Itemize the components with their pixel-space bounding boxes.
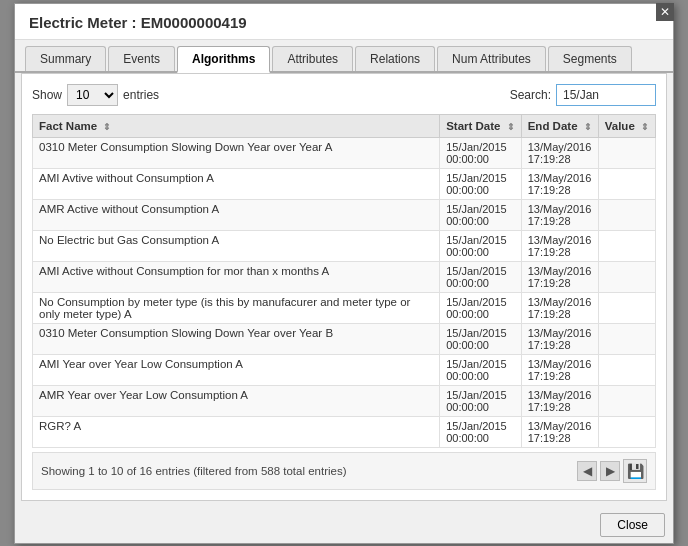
cell-fact-6: 0310 Meter Consumption Slowing Down Year…	[33, 323, 440, 354]
cell-value-9	[598, 416, 655, 447]
toolbar: Show 10 25 50 100 entries Search:	[32, 84, 656, 106]
cell-end-0: 13/May/2016 17:19:28	[521, 137, 598, 168]
sort-icon-start: ⇕	[507, 122, 515, 132]
search-label: Search:	[510, 88, 551, 102]
cell-fact-0: 0310 Meter Consumption Slowing Down Year…	[33, 137, 440, 168]
table-row: 0310 Meter Consumption Slowing Down Year…	[33, 137, 656, 168]
cell-value-2	[598, 199, 655, 230]
entries-select[interactable]: 10 25 50 100	[67, 84, 118, 106]
table-row: AMI Year over Year Low Consumption A15/J…	[33, 354, 656, 385]
cell-start-0: 15/Jan/2015 00:00:00	[440, 137, 522, 168]
table-body: 0310 Meter Consumption Slowing Down Year…	[33, 137, 656, 447]
table-row: 0310 Meter Consumption Slowing Down Year…	[33, 323, 656, 354]
sort-icon-value: ⇕	[641, 122, 649, 132]
cell-fact-9: RGR? A	[33, 416, 440, 447]
table-row: AMR Active without Consumption A15/Jan/2…	[33, 199, 656, 230]
table-row: AMI Avtive without Consumption A15/Jan/2…	[33, 168, 656, 199]
cell-fact-1: AMI Avtive without Consumption A	[33, 168, 440, 199]
col-value[interactable]: Value ⇕	[598, 114, 655, 137]
cell-fact-5: No Consumption by meter type (is this by…	[33, 292, 440, 323]
cell-start-6: 15/Jan/2015 00:00:00	[440, 323, 522, 354]
cell-end-1: 13/May/2016 17:19:28	[521, 168, 598, 199]
cell-start-9: 15/Jan/2015 00:00:00	[440, 416, 522, 447]
cell-end-5: 13/May/2016 17:19:28	[521, 292, 598, 323]
table-row: RGR? A15/Jan/2015 00:00:0013/May/2016 17…	[33, 416, 656, 447]
modal-title: Electric Meter : EM0000000419	[15, 4, 673, 40]
footer-nav: ◀ ▶ 💾	[577, 459, 647, 483]
cell-fact-2: AMR Active without Consumption A	[33, 199, 440, 230]
cell-end-6: 13/May/2016 17:19:28	[521, 323, 598, 354]
cell-value-4	[598, 261, 655, 292]
next-page-button[interactable]: ▶	[600, 461, 620, 481]
sort-icon-fact: ⇕	[103, 122, 111, 132]
footer-summary: Showing 1 to 10 of 16 entries (filtered …	[41, 465, 347, 477]
tab-num-attributes[interactable]: Num Attributes	[437, 46, 546, 71]
footer-bar: Showing 1 to 10 of 16 entries (filtered …	[32, 452, 656, 490]
cell-fact-4: AMI Active without Consumption for mor t…	[33, 261, 440, 292]
cell-value-5	[598, 292, 655, 323]
table-row: No Consumption by meter type (is this by…	[33, 292, 656, 323]
cell-value-3	[598, 230, 655, 261]
cell-value-1	[598, 168, 655, 199]
cell-value-0	[598, 137, 655, 168]
cell-fact-7: AMI Year over Year Low Consumption A	[33, 354, 440, 385]
table-header-row: Fact Name ⇕ Start Date ⇕ End Date ⇕ Valu…	[33, 114, 656, 137]
bottom-bar: Close	[15, 507, 673, 543]
search-box: Search:	[510, 84, 656, 106]
cell-value-7	[598, 354, 655, 385]
cell-start-2: 15/Jan/2015 00:00:00	[440, 199, 522, 230]
cell-end-8: 13/May/2016 17:19:28	[521, 385, 598, 416]
tab-relations[interactable]: Relations	[355, 46, 435, 71]
col-start-date[interactable]: Start Date ⇕	[440, 114, 522, 137]
modal: ✕ Electric Meter : EM0000000419 Summary …	[14, 3, 674, 544]
cell-start-4: 15/Jan/2015 00:00:00	[440, 261, 522, 292]
table-row: No Electric but Gas Consumption A15/Jan/…	[33, 230, 656, 261]
content-area: Show 10 25 50 100 entries Search: Fact N…	[21, 73, 667, 501]
prev-page-button[interactable]: ◀	[577, 461, 597, 481]
show-entries: Show 10 25 50 100 entries	[32, 84, 159, 106]
tab-attributes[interactable]: Attributes	[272, 46, 353, 71]
tab-summary[interactable]: Summary	[25, 46, 106, 71]
search-input[interactable]	[556, 84, 656, 106]
table-row: AMR Year over Year Low Consumption A15/J…	[33, 385, 656, 416]
cell-end-7: 13/May/2016 17:19:28	[521, 354, 598, 385]
cell-fact-8: AMR Year over Year Low Consumption A	[33, 385, 440, 416]
data-table: Fact Name ⇕ Start Date ⇕ End Date ⇕ Valu…	[32, 114, 656, 448]
sort-icon-end: ⇕	[584, 122, 592, 132]
tab-segments[interactable]: Segments	[548, 46, 632, 71]
cell-value-8	[598, 385, 655, 416]
entries-label: entries	[123, 88, 159, 102]
cell-start-1: 15/Jan/2015 00:00:00	[440, 168, 522, 199]
cell-start-8: 15/Jan/2015 00:00:00	[440, 385, 522, 416]
save-button[interactable]: 💾	[623, 459, 647, 483]
tab-bar: Summary Events Algorithms Attributes Rel…	[15, 40, 673, 73]
cell-start-7: 15/Jan/2015 00:00:00	[440, 354, 522, 385]
tab-events[interactable]: Events	[108, 46, 175, 71]
col-end-date[interactable]: End Date ⇕	[521, 114, 598, 137]
cell-end-9: 13/May/2016 17:19:28	[521, 416, 598, 447]
cell-start-5: 15/Jan/2015 00:00:00	[440, 292, 522, 323]
cell-value-6	[598, 323, 655, 354]
cell-end-2: 13/May/2016 17:19:28	[521, 199, 598, 230]
cell-end-3: 13/May/2016 17:19:28	[521, 230, 598, 261]
cell-end-4: 13/May/2016 17:19:28	[521, 261, 598, 292]
show-label: Show	[32, 88, 62, 102]
modal-close-icon[interactable]: ✕	[656, 3, 674, 21]
table-row: AMI Active without Consumption for mor t…	[33, 261, 656, 292]
close-button[interactable]: Close	[600, 513, 665, 537]
cell-fact-3: No Electric but Gas Consumption A	[33, 230, 440, 261]
col-fact-name[interactable]: Fact Name ⇕	[33, 114, 440, 137]
cell-start-3: 15/Jan/2015 00:00:00	[440, 230, 522, 261]
tab-algorithms[interactable]: Algorithms	[177, 46, 270, 73]
